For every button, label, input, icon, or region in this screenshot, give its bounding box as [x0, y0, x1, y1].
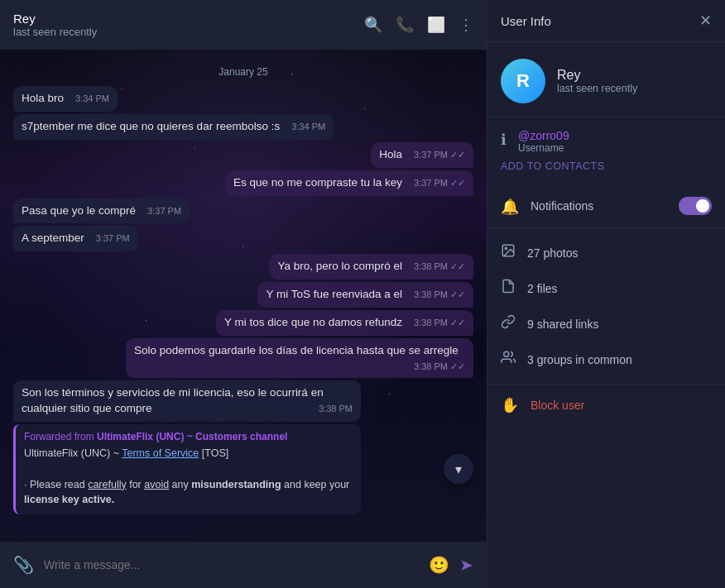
- files-icon: [501, 279, 516, 298]
- message-bubble: A september 3:37 PM: [13, 226, 138, 251]
- attachment-icon[interactable]: 📎: [13, 555, 34, 575]
- message-row: Hola bro 3:34 PM: [13, 86, 473, 112]
- forwarded-tos-link[interactable]: Terms of Service: [122, 447, 199, 459]
- message-meta: 3:38 PM ✓✓: [407, 261, 465, 273]
- message-row: Y mi ToS fue reenviada a el 3:38 PM ✓✓: [13, 282, 473, 308]
- forwarded-body-text: · Please read carefully for avoid any mi…: [24, 479, 349, 506]
- chat-messages-area: January 25 Hola bro 3:34 PM s7ptember me…: [0, 50, 487, 542]
- message-bubble: Y mi ToS fue reenviada a el 3:38 PM ✓✓: [257, 282, 473, 308]
- message-bubble: Ya bro, pero lo compró el 3:38 PM ✓✓: [269, 254, 473, 280]
- avatar: R: [501, 59, 545, 103]
- message-row: Y mi tos dice que no damos refundz 3:38 …: [13, 310, 473, 336]
- message-row: Hola 3:37 PM ✓✓: [13, 142, 473, 168]
- phone-icon[interactable]: 📞: [396, 16, 414, 34]
- message-meta: 3:34 PM: [69, 93, 109, 105]
- chat-contact-name: Rey: [13, 12, 97, 26]
- screen-share-icon[interactable]: ⬜: [427, 16, 445, 34]
- notifications-label: Notifications: [531, 199, 593, 213]
- bell-icon: 🔔: [501, 198, 519, 216]
- message-meta: 3:38 PM ✓✓: [407, 361, 465, 373]
- block-section: ✋ Block user: [487, 385, 725, 426]
- svg-point-2: [504, 351, 509, 356]
- username-info-text: @zorro09 Username: [518, 129, 569, 154]
- info-circle-icon: ℹ: [501, 131, 507, 149]
- message-bubble: Es que no me compraste tu la key 3:37 PM…: [225, 170, 473, 196]
- close-button[interactable]: ✕: [699, 12, 712, 30]
- notifications-left: 🔔 Notifications: [501, 196, 593, 216]
- avatar-letter: R: [516, 70, 530, 92]
- message-bubble: Hola 3:37 PM ✓✓: [371, 142, 473, 168]
- notifications-section: 🔔 Notifications: [487, 184, 725, 228]
- username-section: ℹ @zorro09 Username ADD TO CONTACTS: [487, 117, 725, 184]
- user-profile-status: last seen recently: [557, 83, 637, 94]
- message-row: Pasa que yo le compré 3:37 PM: [13, 198, 473, 224]
- read-receipts: ✓✓: [450, 149, 465, 161]
- chevron-down-icon: ▾: [455, 461, 462, 477]
- message-meta: 3:37 PM: [89, 232, 130, 245]
- message-meta: 3:37 PM ✓✓: [407, 177, 465, 189]
- message-input[interactable]: [44, 558, 419, 571]
- add-to-contacts-button[interactable]: ADD TO CONTACTS: [501, 160, 712, 172]
- message-bubble: Pasa que yo le compré 3:37 PM: [13, 198, 190, 224]
- message-row: s7ptember me dice que no quieres dar ree…: [13, 114, 473, 140]
- read-receipts: ✓✓: [450, 289, 465, 301]
- date-divider: January 25: [13, 66, 473, 78]
- notifications-toggle[interactable]: [679, 197, 712, 215]
- message-bubble: Hola bro 3:34 PM: [13, 86, 118, 112]
- message-text: Son los términos y servicios de mi licen…: [22, 386, 324, 414]
- read-receipts: ✓✓: [450, 361, 465, 373]
- photos-item[interactable]: 27 photos: [487, 235, 725, 270]
- message-bubble: Y mi tos dice que no damos refundz 3:38 …: [216, 310, 473, 336]
- scroll-to-bottom-button[interactable]: ▾: [444, 454, 473, 484]
- more-options-icon[interactable]: ⋮: [459, 16, 473, 34]
- groups-item[interactable]: 3 groups in common: [487, 342, 725, 377]
- message-text: Ya bro, pero lo compró el: [277, 260, 402, 272]
- groups-label: 3 groups in common: [527, 353, 632, 366]
- message-meta: 3:34 PM: [285, 121, 325, 133]
- shared-links-item[interactable]: 9 shared links: [487, 306, 725, 342]
- chat-header: Rey last seen recently 🔍 📞 ⬜ ⋮: [0, 0, 487, 50]
- user-info-header: User Info ✕: [487, 0, 725, 42]
- message-meta: 3:37 PM: [141, 205, 181, 218]
- message-text: Y mi ToS fue reenviada a el: [266, 288, 402, 300]
- send-button[interactable]: ➤: [459, 555, 473, 575]
- media-section: 27 photos 2 files 9 shared links: [487, 228, 725, 385]
- chat-contact-status: last seen recently: [13, 26, 97, 38]
- forwarded-message: Forwarded from UltimateFlix (UNC) ~ Cust…: [13, 424, 361, 514]
- shared-links-icon: [501, 314, 516, 333]
- shared-links-label: 9 shared links: [527, 318, 598, 331]
- forwarded-label: Forwarded from: [24, 431, 97, 442]
- emoji-icon[interactable]: 🙂: [429, 555, 449, 575]
- forwarded-body: UltimateFlix (UNC) ~ Terms of Service [T…: [24, 446, 353, 508]
- message-text: Hola: [379, 148, 402, 160]
- username-value: @zorro09: [518, 129, 569, 142]
- files-item[interactable]: 2 files: [487, 270, 725, 306]
- forwarded-channel-name: UltimateFlix (UNC) ~ Customers channel: [97, 431, 287, 442]
- user-info-panel: User Info ✕ R Rey last seen recently ℹ @…: [487, 0, 725, 588]
- message-bubble: s7ptember me dice que no quieres dar ree…: [13, 114, 334, 140]
- user-profile-section: R Rey last seen recently: [487, 42, 725, 117]
- message-row: Son los términos y servicios de mi licen…: [13, 380, 473, 422]
- message-meta: 3:38 PM ✓✓: [407, 317, 465, 329]
- search-icon[interactable]: 🔍: [364, 16, 382, 34]
- message-bubble: Solo podemos guardarle los días de licen…: [126, 338, 473, 378]
- message-text: A september: [22, 232, 84, 244]
- block-user-row[interactable]: ✋ Block user: [501, 396, 712, 414]
- message-row: Ya bro, pero lo compró el 3:38 PM ✓✓: [13, 254, 473, 280]
- chat-input-bar: 📎 🙂 ➤: [0, 542, 487, 588]
- chat-header-icons: 🔍 📞 ⬜ ⋮: [364, 16, 473, 34]
- message-row: Solo podemos guardarle los días de licen…: [13, 338, 473, 378]
- read-receipts: ✓✓: [450, 177, 465, 189]
- message-meta: 3:38 PM: [312, 403, 353, 415]
- message-text: s7ptember me dice que no quieres dar ree…: [22, 120, 280, 132]
- username-label: Username: [518, 142, 569, 154]
- forwarded-title-plain: UltimateFlix: [24, 447, 78, 459]
- read-receipts: ✓✓: [450, 261, 465, 273]
- message-text: Solo podemos guardarle los días de licen…: [134, 344, 459, 356]
- block-icon: ✋: [501, 396, 519, 414]
- forwarded-title-paren: (UNC) ~: [81, 447, 122, 459]
- forwarded-header: Forwarded from UltimateFlix (UNC) ~ Cust…: [24, 431, 353, 442]
- message-meta: 3:38 PM ✓✓: [407, 289, 465, 301]
- forwarded-tos-suffix: [TOS]: [202, 447, 228, 459]
- chat-header-info: Rey last seen recently: [13, 12, 97, 38]
